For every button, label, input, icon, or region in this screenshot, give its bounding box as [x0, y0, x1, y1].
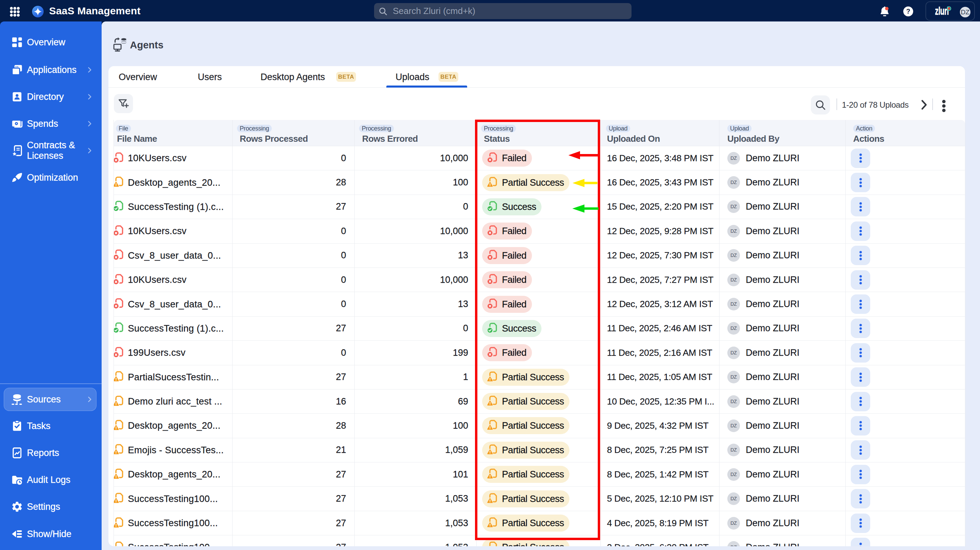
svg-text:?: ?: [906, 8, 910, 15]
